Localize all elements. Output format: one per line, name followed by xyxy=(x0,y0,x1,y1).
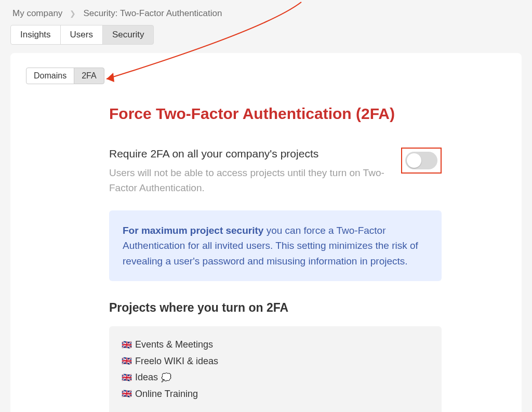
project-name: Ideas xyxy=(135,369,158,386)
flag-icon: 🇬🇧 xyxy=(122,387,132,401)
project-name: Online Training xyxy=(135,386,198,403)
info-strong: For maximum project security xyxy=(123,225,263,236)
flag-icon: 🇬🇧 xyxy=(122,338,132,352)
project-extra-icon: 💭 xyxy=(161,370,171,385)
page-title: Force Two-Factor Authentication (2FA) xyxy=(109,105,442,123)
security-sub-tabs: Domains 2FA xyxy=(26,68,506,84)
main-tabs: Insights Users Security xyxy=(0,25,532,53)
flag-icon: 🇬🇧 xyxy=(122,370,132,385)
breadcrumb-separator-icon: ❯ xyxy=(70,9,76,18)
setting-label: Require 2FA on all your company's projec… xyxy=(109,148,385,160)
project-name: Freelo WIKI & ideas xyxy=(135,353,218,370)
project-name: Events & Meetings xyxy=(135,337,213,353)
sub-tab-domains[interactable]: Domains xyxy=(26,68,74,84)
sub-tab-2fa[interactable]: 2FA xyxy=(74,68,104,84)
tab-users[interactable]: Users xyxy=(60,25,103,45)
require-2fa-toggle[interactable] xyxy=(405,152,437,169)
projects-list: 🇬🇧 Events & Meetings 🇬🇧 Freelo WIKI & id… xyxy=(109,326,442,412)
tab-insights[interactable]: Insights xyxy=(10,25,61,45)
breadcrumb-current: Security: Two-Factor Authentication xyxy=(83,8,222,19)
list-item: 🇬🇧 Ideas 💭 xyxy=(122,369,429,386)
list-item: 🇬🇧 Freelo WIKI & ideas xyxy=(122,353,429,370)
content-column: Force Two-Factor Authentication (2FA) Re… xyxy=(109,105,442,412)
require-2fa-setting: Require 2FA on all your company's projec… xyxy=(109,148,442,196)
tab-security[interactable]: Security xyxy=(102,25,154,45)
flag-icon: 🇬🇧 xyxy=(122,354,132,368)
projects-heading: Projects where you turn on 2FA xyxy=(109,301,442,315)
setting-description: Users will not be able to access project… xyxy=(109,165,385,196)
info-box: For maximum project security you can for… xyxy=(109,210,442,281)
breadcrumb-root[interactable]: My company xyxy=(12,8,62,19)
security-panel: Domains 2FA Force Two-Factor Authenticat… xyxy=(10,53,522,412)
list-item: 🇬🇧 Events & Meetings xyxy=(122,337,429,353)
toggle-knob-icon xyxy=(407,153,421,168)
list-item: 🇬🇧 Online Training xyxy=(122,386,429,403)
breadcrumb: My company ❯ Security: Two-Factor Authen… xyxy=(0,0,532,25)
toggle-highlight-box xyxy=(401,148,442,174)
